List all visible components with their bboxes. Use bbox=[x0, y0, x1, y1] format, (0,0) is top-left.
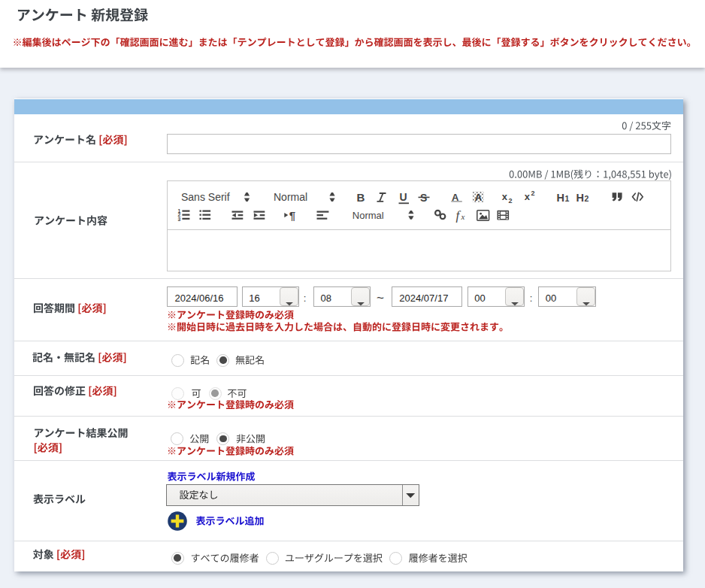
svg-text:08: 08 bbox=[321, 292, 331, 304]
svg-text:00: 00 bbox=[546, 292, 556, 304]
svg-text:A: A bbox=[475, 192, 483, 203]
svg-text:x: x bbox=[502, 191, 508, 202]
svg-text:Normal: Normal bbox=[274, 191, 307, 203]
svg-text:2: 2 bbox=[531, 189, 535, 197]
svg-text:2: 2 bbox=[509, 197, 513, 205]
svg-text:2024/06/16: 2024/06/16 bbox=[175, 292, 224, 304]
svg-text:B: B bbox=[357, 191, 365, 204]
svg-text:x: x bbox=[525, 191, 531, 202]
svg-text:x: x bbox=[461, 212, 465, 221]
svg-text:f: f bbox=[456, 208, 461, 223]
svg-text:1: 1 bbox=[565, 194, 570, 203]
svg-text:3: 3 bbox=[178, 217, 181, 222]
svg-text:H: H bbox=[557, 192, 564, 204]
svg-text:H: H bbox=[576, 192, 584, 204]
svg-text:2024/07/17: 2024/07/17 bbox=[399, 292, 448, 304]
svg-text:¶: ¶ bbox=[289, 209, 295, 222]
svg-text::: : bbox=[304, 292, 307, 304]
svg-text:00: 00 bbox=[474, 292, 485, 304]
svg-text:16: 16 bbox=[249, 292, 259, 304]
svg-text:Sans Serif: Sans Serif bbox=[181, 191, 230, 203]
svg-text:Normal: Normal bbox=[352, 210, 384, 221]
svg-text:U: U bbox=[400, 191, 407, 203]
svg-text:~: ~ bbox=[377, 291, 384, 305]
svg-text::: : bbox=[530, 292, 533, 304]
svg-text:2: 2 bbox=[585, 194, 589, 203]
